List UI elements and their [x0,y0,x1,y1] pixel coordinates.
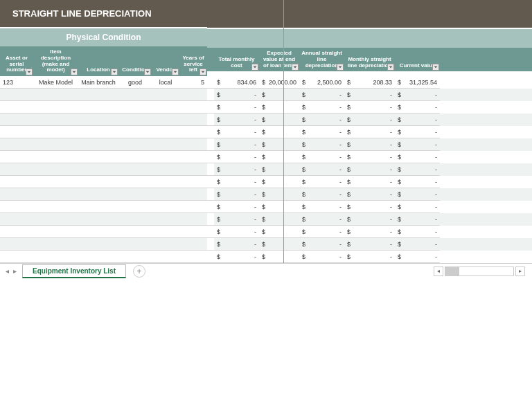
col-asset[interactable]: Asset or serial number [0,53,33,76]
cell[interactable] [207,226,214,238]
cell[interactable] [33,101,78,114]
cell[interactable] [33,114,78,126]
cell[interactable] [152,126,179,138]
cell[interactable]: $ [259,238,299,251]
cell[interactable] [118,176,152,188]
cell[interactable]: $ [259,213,299,226]
cell[interactable] [118,114,152,126]
cell[interactable]: $ [259,188,299,201]
cell[interactable] [207,163,214,176]
filter-dropdown-icon[interactable] [292,64,299,71]
cell[interactable] [179,226,207,238]
cell[interactable] [152,238,179,251]
cell[interactable] [179,201,207,213]
table-row[interactable]: $-$$-$-$- [0,176,532,188]
cell[interactable] [78,126,118,138]
cell[interactable]: Main branch [78,76,118,89]
table-row[interactable]: $-$$-$-$- [0,226,532,238]
cell[interactable] [152,101,179,114]
cell[interactable] [207,213,214,226]
cell[interactable] [0,114,33,126]
cell[interactable] [33,201,78,213]
cell[interactable] [118,151,152,163]
filter-dropdown-icon[interactable] [387,64,394,71]
table-row[interactable]: 123Make ModelMain branchgoodlocal5$834.0… [0,76,532,89]
cell[interactable]: $- [299,188,344,201]
cell[interactable]: $- [299,251,344,263]
cell[interactable] [207,76,214,89]
cell[interactable]: $ [259,226,299,238]
col-condition[interactable]: Condition [118,53,152,76]
cell[interactable] [0,151,33,163]
filter-dropdown-icon[interactable] [111,69,118,75]
nav-prev-icon[interactable]: ◂ [6,267,9,275]
cell[interactable]: $- [395,126,440,138]
cell[interactable]: $ [259,126,299,138]
cell[interactable] [78,238,118,251]
cell[interactable]: $- [214,101,259,114]
table-row[interactable]: $-$$-$-$- [0,213,532,226]
col-location[interactable]: Location [78,53,118,76]
cell[interactable]: $- [395,163,440,176]
cell[interactable]: $834.06 [214,76,259,89]
cell[interactable]: $- [395,213,440,226]
cell[interactable]: $- [214,213,259,226]
cell[interactable] [33,251,78,263]
cell[interactable]: 5 [179,76,207,89]
filter-dropdown-icon[interactable] [251,64,258,71]
cell[interactable] [207,238,214,251]
cell[interactable] [118,89,152,101]
cell[interactable]: $2,500.00 [299,76,344,89]
cell[interactable] [78,188,118,201]
cell[interactable]: $- [299,201,344,213]
cell[interactable] [33,176,78,188]
sheet-nav-arrows[interactable]: ◂ ▸ [0,267,22,275]
cell[interactable]: $- [395,114,440,126]
sheet-tab-active[interactable]: Equipment Inventory List [22,264,126,278]
cell[interactable]: $- [299,101,344,114]
cell[interactable] [207,176,214,188]
cell[interactable]: $- [299,138,344,151]
cell[interactable] [152,138,179,151]
cell[interactable]: $20,000.00 [259,76,299,89]
cell[interactable]: $- [214,138,259,151]
table-row[interactable]: $-$$-$-$- [0,188,532,201]
cell[interactable] [33,238,78,251]
cell[interactable] [0,188,33,201]
cell[interactable]: $- [299,226,344,238]
cell[interactable]: $- [299,163,344,176]
cell[interactable] [152,213,179,226]
cell[interactable] [118,163,152,176]
cell[interactable] [78,213,118,226]
cell[interactable] [0,138,33,151]
cell[interactable] [33,89,78,101]
cell[interactable]: $ [259,163,299,176]
cell[interactable] [152,226,179,238]
cell[interactable]: good [118,76,152,89]
col-monthly-depr[interactable]: Monthly straight line depreciation [344,48,395,71]
table-row[interactable]: $-$$-$-$- [0,163,532,176]
cell[interactable]: local [152,76,179,89]
cell[interactable] [207,101,214,114]
cell[interactable] [33,213,78,226]
cell[interactable] [179,89,207,101]
cell[interactable]: $ [259,138,299,151]
cell[interactable] [78,163,118,176]
cell[interactable]: $- [344,138,395,151]
cell[interactable] [207,151,214,163]
cell[interactable] [152,114,179,126]
table-row[interactable]: $-$$-$-$- [0,101,532,114]
cell[interactable]: $- [299,126,344,138]
cell[interactable] [179,188,207,201]
cell[interactable] [78,176,118,188]
cell[interactable] [118,226,152,238]
cell[interactable]: $- [299,213,344,226]
cell[interactable]: $- [395,176,440,188]
scroll-thumb[interactable] [445,267,459,275]
cell[interactable] [179,238,207,251]
cell[interactable] [179,251,207,263]
cell[interactable] [0,238,33,251]
filter-dropdown-icon[interactable] [337,64,344,71]
cell[interactable]: $- [214,151,259,163]
filter-dropdown-icon[interactable] [172,69,179,75]
